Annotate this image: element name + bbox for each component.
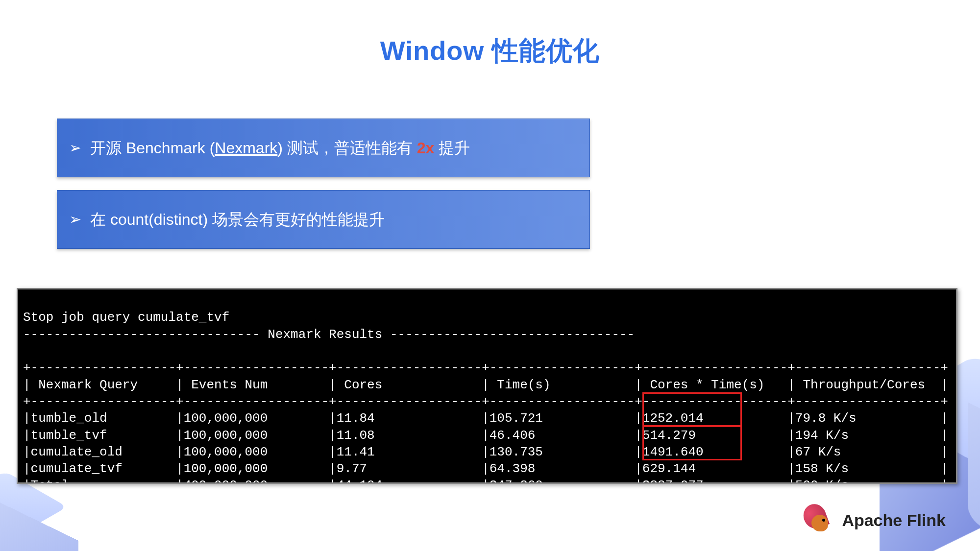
chevron-icon: ➢ (69, 141, 81, 155)
decoration-cube-left (0, 482, 69, 551)
flink-squirrel-icon (807, 506, 835, 534)
chevron-icon: ➢ (69, 212, 81, 227)
nexmark-link[interactable]: Nexmark (215, 139, 277, 157)
bullet-benchmark: ➢ 开源 Benchmark (Nexmark) 测试，普适性能有 2x 提升 (57, 119, 590, 177)
bullet-distinct: ➢ 在 count(distinct) 场景会有更好的性能提升 (57, 190, 590, 249)
bullet-text-1: 开源 Benchmark (Nexmark) 测试，普适性能有 2x 提升 (90, 140, 470, 156)
slide-title: Window 性能优化 (0, 33, 980, 69)
speedup-highlight: 2x (417, 139, 435, 157)
bullet-text-2: 在 count(distinct) 场景会有更好的性能提升 (90, 212, 385, 227)
nexmark-terminal: Stop job query cumulate_tvf ------------… (17, 288, 957, 484)
terminal-output: Stop job query cumulate_tvf ------------… (23, 310, 948, 484)
brand-text: Apache Flink (842, 511, 946, 530)
apache-flink-brand: Apache Flink (807, 506, 946, 534)
